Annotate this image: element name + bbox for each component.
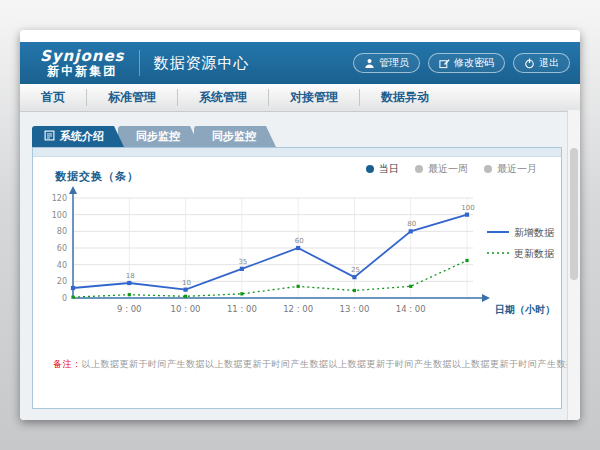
tab-system-intro[interactable]: 系统介绍 <box>32 126 124 147</box>
tab-label: 同步监控 <box>136 129 180 144</box>
data-point <box>409 229 413 233</box>
data-point <box>240 292 243 295</box>
change-password-button[interactable]: 修改密码 <box>428 53 505 73</box>
tab-label: 系统介绍 <box>60 129 104 144</box>
footnote-text: 以上数据更新于时间产生数据以上数据更新于时间产生数据以上数据更新于时间产生数据以… <box>82 359 581 369</box>
user-label: 管理员 <box>379 56 409 70</box>
data-point <box>352 275 356 279</box>
x-tick-label: 9 : 00 <box>117 304 141 314</box>
data-point <box>465 259 468 262</box>
filter-label: 最近一周 <box>428 162 468 176</box>
power-icon <box>524 58 535 69</box>
x-axis-arrow-icon <box>482 294 490 302</box>
logout-label: 退出 <box>539 56 559 70</box>
company-logo: Synjones 新中新集团 <box>40 49 125 77</box>
header-divider <box>139 50 140 76</box>
y-tick-label: 0 <box>62 294 67 303</box>
x-tick-label: 13 : 00 <box>339 304 369 314</box>
radio-dot-icon <box>366 165 374 173</box>
data-point <box>353 289 356 292</box>
y-tick-label: 40 <box>57 261 67 270</box>
nav-item-standard-mgmt[interactable]: 标准管理 <box>87 84 177 111</box>
footnote: 备注：以上数据更新于时间产生数据以上数据更新于时间产生数据以上数据更新于时间产生… <box>53 358 547 371</box>
logout-button[interactable]: 退出 <box>513 53 570 73</box>
panel-top-strip <box>33 148 561 157</box>
nav-item-home[interactable]: 首页 <box>20 84 86 111</box>
data-point <box>297 285 300 288</box>
data-point-label: 18 <box>126 272 135 280</box>
app-title: 数据资源中心 <box>154 54 250 73</box>
footnote-label: 备注： <box>53 359 82 369</box>
change-password-label: 修改密码 <box>454 56 494 70</box>
chart-wrap: 0204060801001209 : 0010 : 0011 : 0012 : … <box>37 186 561 342</box>
legend-label: 更新数据 <box>514 248 555 259</box>
edit-icon <box>439 58 450 69</box>
filter-label: 当日 <box>379 162 399 176</box>
x-axis-title: 日期（小时） <box>495 304 555 315</box>
x-tick-label: 10 : 00 <box>171 304 201 314</box>
data-point <box>240 267 244 271</box>
vertical-scrollbar <box>567 110 580 420</box>
chart-panel: 当日 最近一周 最近一月 数据交换（条） 0204060801001209 : … <box>32 147 562 409</box>
data-point <box>71 296 74 299</box>
radio-dot-icon <box>415 165 423 173</box>
y-tick-label: 120 <box>52 194 67 203</box>
data-point <box>127 281 131 285</box>
x-tick-label: 12 : 00 <box>283 304 313 314</box>
y-axis-arrow-icon <box>69 186 77 194</box>
app-window: Synjones 新中新集团 数据资源中心 管理员 修改密码 <box>20 30 580 420</box>
content-area: 系统介绍 同步监控 同步监控 当日 最近一周 <box>20 112 580 420</box>
current-user-button[interactable]: 管理员 <box>353 53 420 73</box>
tab-bar: 系统介绍 同步监控 同步监控 <box>32 126 580 147</box>
line-chart: 0204060801001209 : 0010 : 0011 : 0012 : … <box>37 186 557 338</box>
time-range-filters: 当日 最近一周 最近一月 <box>366 162 537 176</box>
logo-company-text: 新中新集团 <box>47 65 117 78</box>
y-tick-label: 20 <box>57 277 67 286</box>
tab-label: 同步监控 <box>212 129 256 144</box>
data-point-label: 10 <box>182 279 191 287</box>
nav-item-integration-mgmt[interactable]: 对接管理 <box>269 84 359 111</box>
app-header: Synjones 新中新集团 数据资源中心 管理员 修改密码 <box>20 42 580 84</box>
scrollbar-thumb[interactable] <box>570 148 578 280</box>
data-point <box>465 213 469 217</box>
data-point-label: 80 <box>407 220 416 228</box>
filter-option[interactable]: 最近一周 <box>415 162 468 176</box>
filter-option[interactable]: 最近一月 <box>484 162 537 176</box>
nav-item-system-mgmt[interactable]: 系统管理 <box>178 84 268 111</box>
data-point <box>409 285 412 288</box>
y-tick-label: 100 <box>52 211 67 220</box>
y-tick-label: 80 <box>57 227 67 236</box>
data-point-label: 60 <box>295 237 304 245</box>
user-icon <box>364 58 375 69</box>
header-actions: 管理员 修改密码 退出 <box>353 53 570 73</box>
data-point <box>184 295 187 298</box>
data-point <box>296 246 300 250</box>
x-tick-label: 11 : 00 <box>227 304 257 314</box>
nav-item-data-change[interactable]: 数据异动 <box>360 84 450 111</box>
data-point-label: 25 <box>351 266 360 274</box>
tab-sync-monitor-1[interactable]: 同步监控 <box>118 126 200 147</box>
document-icon <box>44 130 55 144</box>
window-top-strip <box>20 30 580 42</box>
main-nav: 首页 标准管理 系统管理 对接管理 数据异动 <box>20 84 580 112</box>
y-tick-label: 60 <box>57 244 67 253</box>
filter-option[interactable]: 当日 <box>366 162 399 176</box>
data-point-label: 100 <box>461 204 474 212</box>
logo-brand-text: Synjones <box>40 49 125 65</box>
filter-label: 最近一月 <box>497 162 537 176</box>
radio-dot-icon <box>484 165 492 173</box>
tab-sync-monitor-2[interactable]: 同步监控 <box>194 126 276 147</box>
data-point <box>183 288 187 292</box>
data-point <box>71 286 75 290</box>
legend-label: 新增数据 <box>514 227 555 238</box>
data-point <box>128 293 131 296</box>
x-tick-label: 14 : 00 <box>396 304 426 314</box>
data-point-label: 35 <box>238 258 247 266</box>
